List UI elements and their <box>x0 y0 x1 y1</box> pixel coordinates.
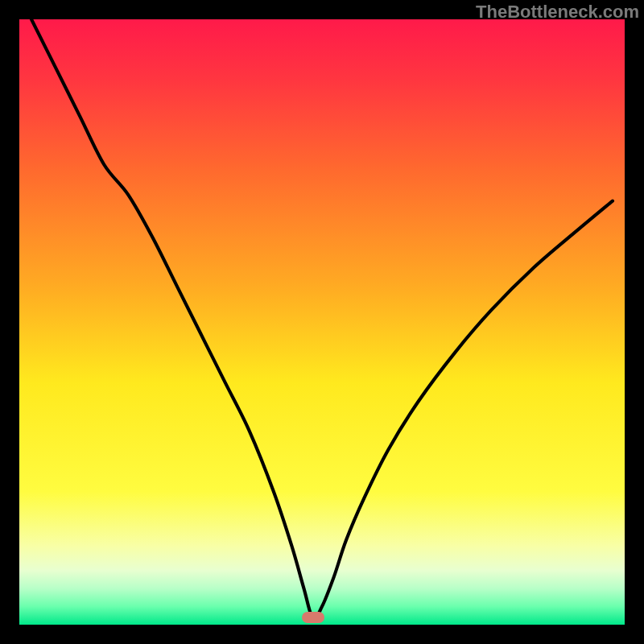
bottleneck-curve <box>19 19 625 625</box>
plot-area <box>19 19 625 625</box>
chart-frame: TheBottleneck.com <box>0 0 644 644</box>
optimal-marker <box>302 612 324 623</box>
